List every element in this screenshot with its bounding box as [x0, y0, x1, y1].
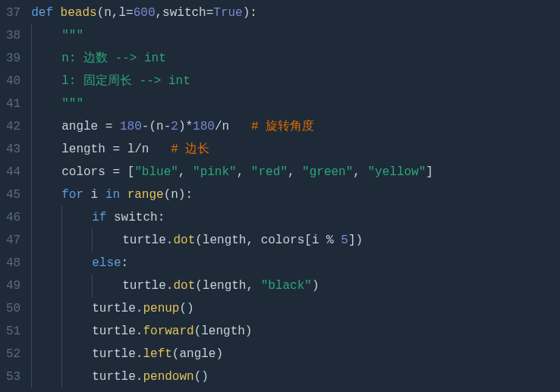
- code-token: in: [105, 188, 127, 202]
- indent-guide: [31, 343, 32, 365]
- code-token: "black": [261, 279, 312, 293]
- code-token: *: [185, 120, 193, 133]
- code-token: :: [121, 256, 129, 270]
- code-line[interactable]: turtle.dot(length, colors[i % 5]): [31, 229, 560, 252]
- indent-guide: [61, 229, 62, 252]
- code-token: left: [143, 347, 171, 361]
- code-token: -: [164, 120, 171, 133]
- indent-guide: [92, 229, 93, 252]
- code-token: colors: [61, 165, 112, 179]
- indent-guide: [31, 320, 32, 343]
- code-token: "yellow": [368, 165, 426, 179]
- code-token: .: [136, 325, 143, 338]
- code-token: colors: [261, 234, 305, 247]
- code-token: (: [172, 347, 180, 361]
- line-number: 47: [6, 229, 20, 252]
- indent-guide: [31, 115, 32, 138]
- code-token: i: [91, 188, 105, 202]
- line-number: 48: [6, 252, 20, 274]
- code-token: [229, 120, 251, 133]
- code-token: ):: [178, 188, 193, 202]
- code-token: turtle: [92, 370, 136, 384]
- code-token: n: [142, 143, 149, 156]
- code-token: turtle: [92, 347, 136, 361]
- code-token: /: [134, 143, 142, 156]
- line-number: 45: [6, 183, 20, 206]
- code-token: """: [61, 97, 83, 111]
- code-line[interactable]: else:: [31, 252, 560, 274]
- code-line[interactable]: """: [31, 93, 560, 115]
- line-number: 52: [6, 343, 20, 365]
- code-token: dot: [173, 234, 195, 247]
- code-token: else: [92, 256, 121, 270]
- code-token: "green": [302, 165, 353, 179]
- code-token: 600: [134, 6, 156, 20]
- indent-guide: [31, 138, 32, 161]
- code-line[interactable]: l: 固定周长 --> int: [31, 70, 560, 93]
- code-editor[interactable]: 3738394041424344454647484950515253 def b…: [0, 0, 560, 392]
- code-token: angle: [179, 347, 216, 361]
- code-line[interactable]: turtle.dot(length, "black"): [31, 274, 560, 297]
- code-line[interactable]: length = l/n # 边长: [31, 138, 560, 161]
- code-line[interactable]: for i in range(n):: [31, 183, 560, 206]
- code-token: (: [194, 325, 202, 338]
- line-number-gutter: 3738394041424344454647484950515253: [0, 0, 28, 392]
- code-token: ,: [353, 165, 367, 179]
- code-line[interactable]: turtle.forward(length): [31, 320, 560, 343]
- code-token: "red": [251, 165, 288, 179]
- code-line[interactable]: """: [31, 24, 560, 47]
- code-line[interactable]: def beads(n,l=600,switch=True):: [31, 2, 560, 24]
- code-token: angle: [61, 120, 105, 133]
- line-number: 50: [6, 297, 20, 320]
- code-token: l: [118, 6, 126, 20]
- indent-guide: [31, 206, 32, 229]
- code-area[interactable]: def beads(n,l=600,switch=True):"""n: 边数 …: [28, 0, 560, 392]
- code-token: ): [216, 347, 223, 361]
- code-token: 180: [120, 120, 142, 133]
- code-token: /: [215, 120, 222, 133]
- line-number: 53: [6, 365, 20, 388]
- code-token: =: [112, 143, 127, 156]
- line-number: 40: [6, 70, 20, 93]
- code-line[interactable]: angle = 180-(n-2)*180/n # 旋转角度: [31, 115, 560, 138]
- code-token: =: [126, 6, 134, 20]
- indent-guide: [61, 206, 62, 229]
- code-line[interactable]: if switch:: [31, 206, 560, 229]
- line-number: 37: [6, 2, 20, 24]
- code-token: turtle: [122, 279, 166, 293]
- code-token: 2: [171, 120, 178, 133]
- code-token: dot: [173, 279, 195, 293]
- code-token: turtle: [92, 302, 136, 315]
- code-token: range: [127, 188, 164, 202]
- code-token: (: [164, 188, 171, 202]
- code-token: ,: [178, 165, 193, 179]
- indent-guide: [31, 70, 32, 93]
- code-line[interactable]: turtle.left(angle): [31, 343, 560, 365]
- indent-guide: [31, 252, 32, 274]
- indent-guide: [31, 24, 32, 47]
- code-token: ,: [237, 165, 251, 179]
- code-token: [: [304, 234, 312, 247]
- indent-guide: [31, 47, 32, 70]
- code-token: for: [61, 188, 90, 202]
- indent-guide: [31, 183, 32, 206]
- code-line[interactable]: turtle.penup(): [31, 297, 560, 320]
- code-line[interactable]: colors = ["blue", "pink", "red", "green"…: [31, 161, 560, 183]
- line-number: 46: [6, 206, 20, 229]
- line-number: 39: [6, 47, 20, 70]
- code-token: .: [166, 279, 174, 293]
- code-token: i: [312, 234, 326, 247]
- indent-guide: [61, 343, 62, 365]
- code-token: 180: [193, 120, 215, 133]
- code-token: (): [194, 370, 209, 384]
- code-line[interactable]: n: 边数 --> int: [31, 47, 560, 70]
- code-token: """: [61, 29, 83, 42]
- code-line[interactable]: turtle.pendown(): [31, 365, 560, 388]
- indent-guide: [61, 320, 62, 343]
- line-number: 44: [6, 161, 20, 183]
- indent-guide: [61, 252, 62, 274]
- code-token: turtle: [122, 234, 166, 247]
- code-token: n: [171, 188, 178, 202]
- code-token: 5: [341, 234, 348, 247]
- indent-guide: [31, 161, 32, 183]
